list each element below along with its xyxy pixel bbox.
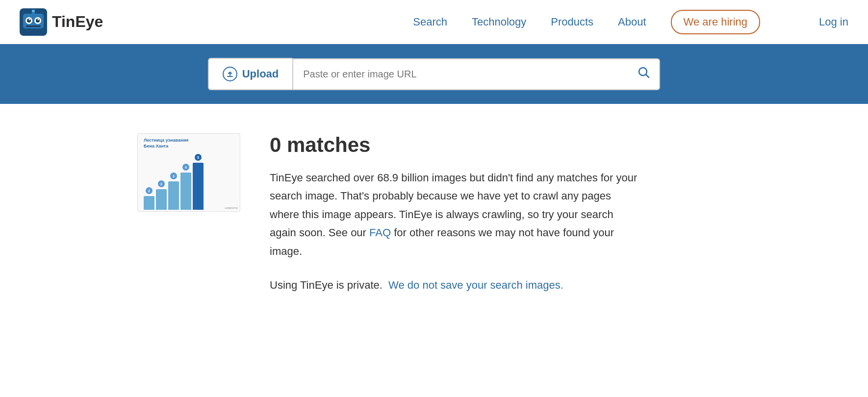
url-input[interactable] (293, 61, 629, 88)
step-bar (168, 181, 179, 210)
main-nav: Search Technology Products About We are … (413, 10, 760, 34)
step-num: 2 (158, 180, 165, 187)
privacy-link[interactable]: We do not save your search images. (388, 279, 563, 291)
upload-button[interactable]: Upload (208, 58, 293, 90)
step-bar (193, 163, 204, 210)
faq-link[interactable]: FAQ (369, 226, 391, 239)
search-image-thumbnail: Лестница узнавания Бена Ханта 2 2 3 (137, 133, 240, 212)
login-link[interactable]: Log in (819, 16, 848, 28)
thumb-step-1: 2 (144, 187, 154, 210)
step-bar (156, 189, 167, 210)
step-num: 4 (182, 164, 189, 171)
privacy-note: Using TinEye is private. We do not save … (270, 276, 731, 294)
thumb-logo-mark: usepromo (225, 206, 238, 209)
thumb-inner: Лестница узнавания Бена Ханта 2 2 3 (138, 134, 240, 211)
matches-heading: 0 matches (270, 133, 731, 157)
matches-description: TinEye searched over 68.9 billion images… (270, 169, 642, 260)
search-banner: Upload (0, 44, 868, 104)
svg-point-6 (29, 19, 30, 20)
logo-icon (20, 8, 47, 36)
header: TinEye Search Technology Products About … (0, 0, 868, 44)
svg-point-7 (38, 19, 39, 20)
search-button[interactable] (629, 59, 659, 89)
thumb-step-3: 3 (168, 173, 179, 210)
step-bar (144, 196, 154, 210)
upload-icon (223, 67, 237, 81)
thumb-title: Лестница узнавания Бена Ханта (142, 138, 190, 149)
thumb-step-2: 2 (156, 180, 167, 210)
step-num: 5 (195, 154, 202, 161)
hiring-button[interactable]: We are hiring (671, 10, 760, 34)
url-input-wrapper (292, 58, 660, 90)
step-num: 3 (170, 173, 177, 179)
logo-text: TinEye (52, 13, 103, 31)
step-bar (180, 173, 191, 210)
logo-area: TinEye (20, 8, 103, 36)
nav-technology[interactable]: Technology (472, 16, 526, 28)
upload-label: Upload (242, 68, 279, 80)
nav-search[interactable]: Search (413, 16, 447, 28)
nav-products[interactable]: Products (551, 16, 593, 28)
thumb-step-5: 5 (193, 154, 204, 210)
svg-rect-8 (26, 25, 41, 27)
privacy-static-text: Using TinEye is private. (270, 279, 383, 291)
thumb-steps: 2 2 3 4 5 (142, 154, 205, 210)
nav-about[interactable]: About (618, 16, 646, 28)
main-content: Лестница узнавания Бена Ханта 2 2 3 (0, 104, 868, 323)
step-num: 2 (146, 187, 153, 194)
thumb-step-4: 4 (180, 164, 191, 210)
results-area: 0 matches TinEye searched over 68.9 bill… (270, 133, 731, 294)
